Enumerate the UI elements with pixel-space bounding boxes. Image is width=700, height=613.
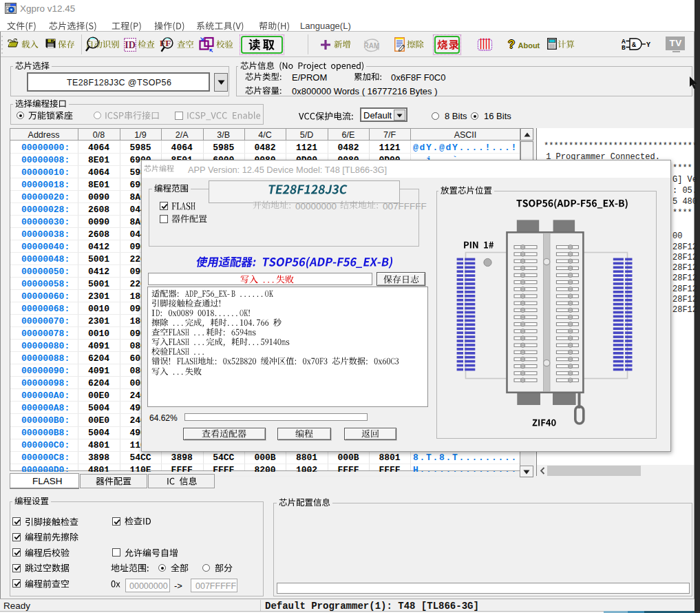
svg-text:Y: Y — [646, 41, 650, 49]
svg-text:B: B — [622, 44, 626, 50]
svg-text:RAM: RAM — [364, 42, 380, 50]
svg-text:ID: ID — [125, 40, 136, 50]
svg-text:&: & — [632, 41, 636, 49]
